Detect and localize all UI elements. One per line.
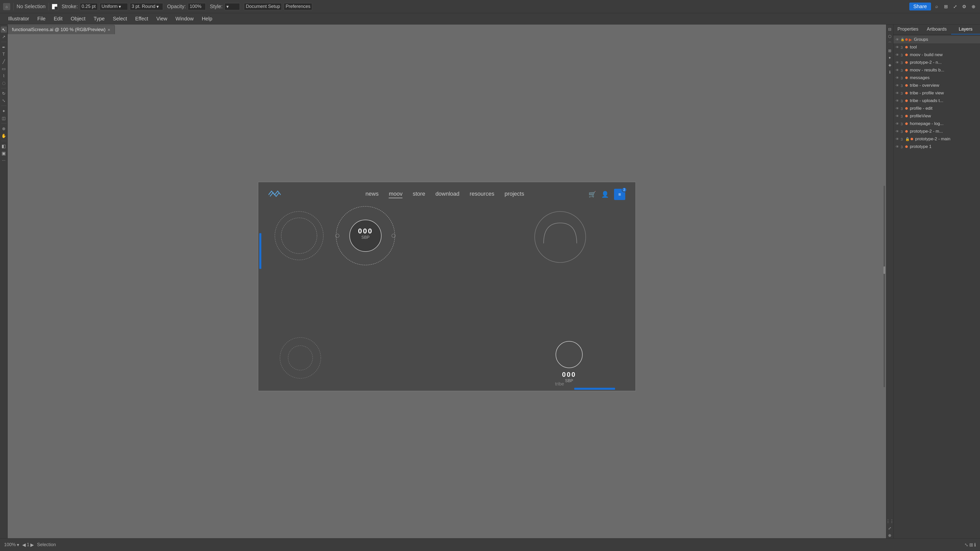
layer-visibility-icon[interactable]: 👁 bbox=[896, 106, 900, 110]
arrange-icon[interactable]: ⊞ bbox=[942, 3, 950, 10]
layer-visibility-icon[interactable]: 👁 bbox=[896, 129, 900, 133]
layer-item-tribe-profile[interactable]: 👁 3 tribe - profile view bbox=[894, 89, 980, 97]
layer-visibility-icon[interactable]: 👁 bbox=[896, 114, 900, 118]
layer-visibility-icon[interactable]: 👁 bbox=[896, 83, 900, 87]
style-dropdown[interactable]: ▾ bbox=[224, 3, 240, 10]
layer-visibility-icon[interactable]: 👁 bbox=[896, 68, 900, 72]
menu-edit[interactable]: Edit bbox=[49, 13, 66, 24]
layer-item-proto2-m[interactable]: 👁 3 prototype-2 - m... bbox=[894, 127, 980, 135]
layer-item-profile-edit[interactable]: 👁 3 profile - edit bbox=[894, 105, 980, 112]
layer-visibility-icon[interactable]: 👁 bbox=[896, 137, 900, 141]
tab-layers[interactable]: Layers bbox=[951, 24, 980, 35]
share-button[interactable]: Share bbox=[909, 3, 931, 11]
pathfinder-icon[interactable]: ⊕ bbox=[887, 533, 893, 538]
stroke-type-dropdown[interactable]: Uniform▾ bbox=[100, 3, 128, 10]
layer-visibility-icon[interactable]: 👁 bbox=[896, 60, 900, 65]
menu-window[interactable]: Window bbox=[172, 13, 198, 24]
symbols-icon[interactable]: ✦ bbox=[887, 55, 893, 61]
graphic-styles-icon[interactable]: ◈ bbox=[887, 62, 893, 68]
layer-item-messages[interactable]: 👁 3 messages bbox=[894, 74, 980, 82]
scrollbar-thumb[interactable] bbox=[883, 266, 885, 274]
menu-type[interactable]: Type bbox=[89, 13, 109, 24]
notification-btn[interactable]: ≡ 2 bbox=[614, 189, 625, 200]
opacity-input[interactable]: 100% bbox=[188, 3, 206, 10]
illustrator-home-icon[interactable]: ⌂ bbox=[3, 3, 10, 10]
nav-link-download[interactable]: download bbox=[435, 191, 460, 198]
nav-link-store[interactable]: store bbox=[413, 191, 425, 198]
tab-properties[interactable]: Properties bbox=[894, 24, 922, 35]
zoom-level[interactable]: 100% ▾ bbox=[4, 542, 19, 548]
menu-file[interactable]: File bbox=[33, 13, 49, 24]
layer-item-moov-results[interactable]: 👁 3 moov - results b... bbox=[894, 66, 980, 74]
layer-item-groups[interactable]: 👁 🔓 ▶ Groups bbox=[894, 36, 980, 43]
stroke-value-input[interactable]: 0.25 pt bbox=[80, 3, 98, 10]
swatch-icon[interactable]: ⊞ bbox=[887, 48, 893, 54]
blob-tool[interactable]: ◌ bbox=[1, 80, 7, 86]
layer-item-proto1[interactable]: 👁 3 prototype 1 bbox=[894, 143, 980, 151]
search-icon[interactable]: ⌕ bbox=[933, 3, 940, 10]
layer-item-proto2-main[interactable]: 👁 3 🔒 prototype-2 - main bbox=[894, 135, 980, 143]
info-status-icon[interactable]: ℹ bbox=[974, 542, 976, 548]
file-tab-close-icon[interactable]: ✕ bbox=[107, 28, 110, 32]
user-icon[interactable]: 👤 bbox=[601, 191, 609, 198]
transform-icon[interactable]: ⤢ bbox=[887, 526, 893, 531]
fill-color-box[interactable] bbox=[52, 4, 57, 10]
pen-tool[interactable]: ✒ bbox=[1, 44, 7, 50]
expand-icon[interactable]: ⊕ bbox=[970, 3, 977, 10]
scale-tool[interactable]: ⤡ bbox=[1, 97, 7, 103]
layer-item-proto2[interactable]: 👁 3 prototype-2 - n... bbox=[894, 59, 980, 66]
layer-visibility-icon[interactable]: 👁 bbox=[896, 38, 900, 41]
color-icon[interactable]: ⬡ bbox=[887, 34, 893, 39]
screen-mode-btn[interactable]: ▣ bbox=[1, 150, 7, 156]
brush-tool[interactable]: ⌇ bbox=[1, 73, 7, 79]
nav-link-news[interactable]: news bbox=[366, 191, 379, 198]
layer-expand-icon[interactable]: ▶ bbox=[909, 37, 912, 42]
zoom-tool[interactable]: ⊕ bbox=[1, 125, 7, 132]
tab-artboards[interactable]: Artboards bbox=[922, 24, 951, 35]
gradient-tool[interactable]: ◫ bbox=[1, 115, 7, 121]
cart-icon[interactable]: 🛒 bbox=[589, 191, 596, 198]
more-tools-btn[interactable]: ··· bbox=[1, 157, 7, 164]
layer-item-moov-build[interactable]: 👁 3 moov - build new bbox=[894, 51, 980, 59]
menu-view[interactable]: View bbox=[152, 13, 172, 24]
hand-tool[interactable]: ✋ bbox=[1, 133, 7, 139]
eyedrop-tool[interactable]: ✦ bbox=[1, 108, 7, 114]
layer-visibility-icon[interactable]: 👁 bbox=[896, 122, 900, 126]
nav-link-resources[interactable]: resources bbox=[469, 191, 494, 198]
layer-lock-icon[interactable]: 🔓 bbox=[900, 38, 904, 41]
menu-help[interactable]: Help bbox=[198, 13, 216, 24]
line-tool[interactable]: ╱ bbox=[1, 59, 7, 65]
layer-item-tribe-overview[interactable]: 👁 3 tribe - overview bbox=[894, 82, 980, 89]
vertical-scrollbar[interactable] bbox=[883, 186, 885, 387]
nav-link-moov[interactable]: moov bbox=[389, 191, 402, 198]
rect-tool[interactable]: ▭ bbox=[1, 65, 7, 72]
menu-select[interactable]: Select bbox=[109, 13, 131, 24]
artboard[interactable]: news moov store download resources proje… bbox=[258, 182, 636, 391]
menu-object[interactable]: Object bbox=[67, 13, 89, 24]
grid-icon[interactable]: ⊞ bbox=[969, 542, 973, 548]
file-tab-active[interactable]: functionalScreens.ai @ 100 % (RGB/Previe… bbox=[8, 25, 115, 34]
brush-lib-icon[interactable]: ⌒ bbox=[887, 41, 893, 46]
fill-stroke-indicator[interactable]: ◧ bbox=[1, 143, 7, 149]
document-setup-button[interactable]: Document Setup bbox=[244, 3, 282, 10]
select-tool[interactable]: ↖ bbox=[1, 27, 7, 33]
layer-visibility-icon[interactable]: 👁 bbox=[896, 99, 900, 103]
direct-select-tool[interactable]: ↗ bbox=[1, 34, 7, 40]
preferences-button[interactable]: Preferences bbox=[284, 3, 312, 10]
layer-item-profileview[interactable]: 👁 3 profileView bbox=[894, 112, 980, 120]
zoom-icon[interactable]: ⤢ bbox=[951, 3, 959, 10]
menu-effect[interactable]: Effect bbox=[131, 13, 152, 24]
layer-item-tribe-uploads[interactable]: 👁 3 tribe - uploads t... bbox=[894, 97, 980, 105]
stroke-pt-dropdown[interactable]: 3 pt. Round▾ bbox=[130, 3, 163, 10]
layer-item-homepage[interactable]: 👁 3 homepage - log... bbox=[894, 120, 980, 127]
layer-visibility-icon[interactable]: 👁 bbox=[896, 45, 900, 49]
artboard-nav[interactable]: ◀ 1 ▶ bbox=[22, 542, 34, 548]
properties-icon[interactable]: ⊟ bbox=[887, 27, 893, 32]
layer-visibility-icon[interactable]: 👁 bbox=[896, 144, 900, 149]
info-icon[interactable]: ℹ bbox=[887, 69, 893, 75]
rotate-tool[interactable]: ↻ bbox=[1, 90, 7, 97]
nav-link-projects[interactable]: projects bbox=[504, 191, 524, 198]
layer-visibility-icon[interactable]: 👁 bbox=[896, 91, 900, 95]
layer-visibility-icon[interactable]: 👁 bbox=[896, 53, 900, 57]
align-icon[interactable]: ⋮⋮ bbox=[887, 518, 893, 524]
